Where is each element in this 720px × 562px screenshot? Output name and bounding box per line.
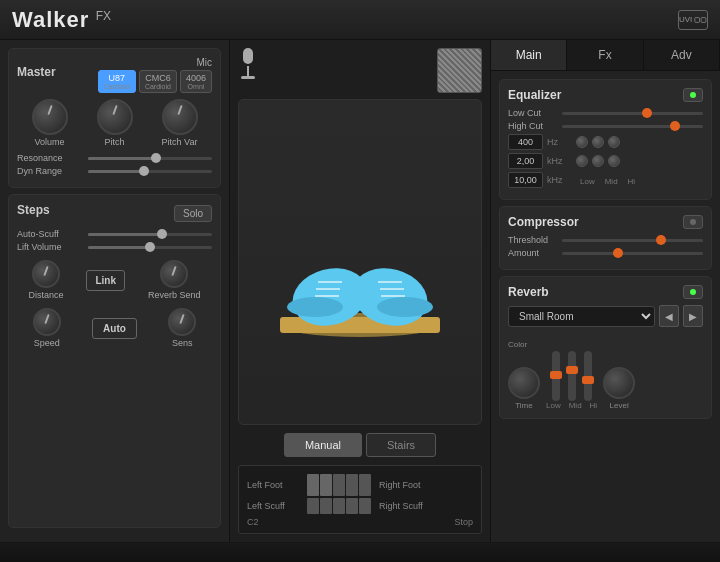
distance-knob[interactable] xyxy=(32,260,60,288)
freq-knob-2-mid[interactable] xyxy=(592,155,604,167)
pitch-knob[interactable] xyxy=(97,99,133,135)
manual-mode-button[interactable]: Manual xyxy=(284,433,362,457)
freq-unit-1: Hz xyxy=(547,137,572,147)
high-cut-slider[interactable] xyxy=(562,125,703,128)
piano-key[interactable] xyxy=(320,498,332,514)
mid-color-slider[interactable] xyxy=(568,351,576,401)
dyn-range-label: Dyn Range xyxy=(17,166,82,176)
auto-scuff-slider[interactable] xyxy=(88,233,212,236)
low-cut-thumb[interactable] xyxy=(642,108,652,118)
comp-power-button[interactable] xyxy=(683,215,703,229)
right-panel: Main Fx Adv Equalizer Low Cut xyxy=(490,40,720,542)
amount-slider[interactable] xyxy=(562,252,703,255)
low-cut-slider[interactable] xyxy=(562,112,703,115)
freq-knob-low[interactable] xyxy=(576,136,588,148)
threshold-thumb[interactable] xyxy=(656,235,666,245)
mic-btn-4006[interactable]: 4006 Omni xyxy=(180,70,212,93)
volume-label: Volume xyxy=(34,137,64,147)
sens-label: Sens xyxy=(172,338,193,348)
equalizer-section: Equalizer Low Cut High Cut xyxy=(499,79,712,200)
high-cut-label: High Cut xyxy=(508,121,558,131)
hi-color-thumb[interactable] xyxy=(582,376,594,384)
mic-btn-cmc6[interactable]: CMC6 Cardioid xyxy=(139,70,177,93)
hi-color-label: Hi xyxy=(590,401,598,410)
mid-color-thumb[interactable] xyxy=(566,366,578,374)
auto-scuff-row: Auto-Scuff xyxy=(17,229,212,239)
high-cut-row: High Cut xyxy=(508,121,703,131)
piano-key[interactable] xyxy=(307,474,319,496)
high-cut-thumb[interactable] xyxy=(670,121,680,131)
left-scuff-row: Left Scuff Right Scuff xyxy=(247,498,473,514)
center-panel: Manual Stairs Left Foot Right Foot Left … xyxy=(230,40,490,542)
speed-label: Speed xyxy=(34,338,60,348)
tab-main[interactable]: Main xyxy=(491,40,567,70)
tab-fx[interactable]: Fx xyxy=(567,40,643,70)
freq-row-2: kHz xyxy=(508,153,703,169)
amount-thumb[interactable] xyxy=(613,248,623,258)
freq-knob-hi[interactable] xyxy=(608,136,620,148)
band-label-mid: Mid xyxy=(605,177,618,186)
resonance-thumb[interactable] xyxy=(151,153,161,163)
piano-key[interactable] xyxy=(333,498,345,514)
freq-input-3[interactable] xyxy=(508,172,543,188)
lift-volume-thumb[interactable] xyxy=(145,242,155,252)
mic-btn-u87[interactable]: U87 Cardioid xyxy=(98,70,136,93)
resonance-label: Resonance xyxy=(17,153,82,163)
freq-input-1[interactable] xyxy=(508,134,543,150)
reverb-send-knob[interactable] xyxy=(160,260,188,288)
auto-button[interactable]: Auto xyxy=(92,318,137,339)
threshold-slider[interactable] xyxy=(562,239,703,242)
piano-key[interactable] xyxy=(346,498,358,514)
right-scuff-label: Right Scuff xyxy=(379,501,423,511)
volume-knob[interactable] xyxy=(32,99,68,135)
reverb-prev-button[interactable]: ◀ xyxy=(659,305,679,327)
piano-key[interactable] xyxy=(346,474,358,496)
dyn-range-thumb[interactable] xyxy=(139,166,149,176)
piano-key[interactable] xyxy=(359,498,371,514)
reverb-preset-select[interactable]: Small Room Large Room Hall Plate xyxy=(508,306,655,327)
level-knob[interactable] xyxy=(603,367,635,399)
hi-color-slider[interactable] xyxy=(584,351,592,401)
volume-knob-wrap: Volume xyxy=(32,99,68,147)
dyn-range-slider[interactable] xyxy=(88,170,212,173)
reverb-power-button[interactable] xyxy=(683,285,703,299)
freq-input-2[interactable] xyxy=(508,153,543,169)
speed-knob[interactable] xyxy=(33,308,61,336)
amount-row: Amount xyxy=(508,248,703,258)
reverb-send-knob-wrap: Reverb Send xyxy=(148,260,201,300)
piano-key[interactable] xyxy=(333,474,345,496)
resonance-slider[interactable] xyxy=(88,157,212,160)
compressor-section: Compressor Threshold Amount xyxy=(499,206,712,270)
texture-preview[interactable] xyxy=(437,48,482,93)
link-button[interactable]: Link xyxy=(86,270,125,291)
pitch-var-knob[interactable] xyxy=(162,99,198,135)
freq-knob-mid[interactable] xyxy=(592,136,604,148)
reverb-send-label: Reverb Send xyxy=(148,290,201,300)
lift-volume-label: Lift Volume xyxy=(17,242,82,252)
amount-label: Amount xyxy=(508,248,558,258)
solo-button[interactable]: Solo xyxy=(174,205,212,222)
sens-knob[interactable] xyxy=(168,308,196,336)
freq-knob-2-low[interactable] xyxy=(576,155,588,167)
right-content: Equalizer Low Cut High Cut xyxy=(491,71,720,542)
stairs-mode-button[interactable]: Stairs xyxy=(366,433,436,457)
lift-volume-slider[interactable] xyxy=(88,246,212,249)
time-knob[interactable] xyxy=(508,367,540,399)
piano-key[interactable] xyxy=(307,498,319,514)
freq-knobs-1 xyxy=(576,136,620,148)
low-color-slider[interactable] xyxy=(552,351,560,401)
piano-key[interactable] xyxy=(320,474,332,496)
mic-group: Mic U87 Cardioid CMC6 Cardioid 4006 Omni xyxy=(98,57,212,93)
freq-knob-2-hi[interactable] xyxy=(608,155,620,167)
level-label: Level xyxy=(610,401,629,410)
eq-power-button[interactable] xyxy=(683,88,703,102)
auto-scuff-thumb[interactable] xyxy=(157,229,167,239)
reverb-next-button[interactable]: ▶ xyxy=(683,305,703,327)
bottom-reflection xyxy=(0,542,720,562)
piano-key[interactable] xyxy=(359,474,371,496)
tab-adv[interactable]: Adv xyxy=(644,40,720,70)
auto-scuff-label: Auto-Scuff xyxy=(17,229,82,239)
comp-title: Compressor xyxy=(508,215,579,229)
low-color-thumb[interactable] xyxy=(550,371,562,379)
svg-point-5 xyxy=(287,297,343,317)
